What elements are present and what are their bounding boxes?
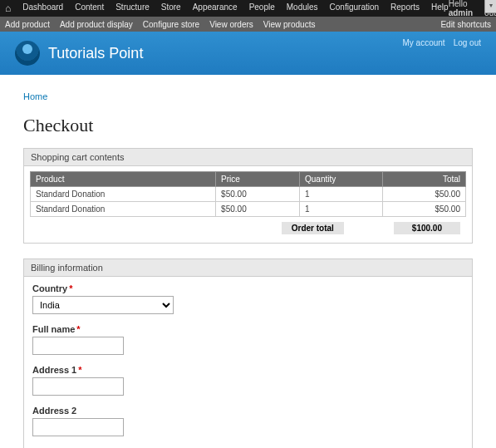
shortcut-configure-store[interactable]: Configure store <box>143 20 199 29</box>
site-brand: Tutorials Point <box>15 41 143 66</box>
table-row: Standard Donation $50.00 1 $50.00 <box>31 202 466 217</box>
address2-field: Address 2 <box>32 406 464 436</box>
cell-total: $50.00 <box>383 202 466 217</box>
admin-menu-reports[interactable]: Reports <box>390 2 420 14</box>
order-total-label: Order total <box>282 222 344 234</box>
country-select[interactable]: India <box>32 296 174 314</box>
fullname-field: Full name* <box>32 324 464 355</box>
cart-header-row: Product Price Quantity Total <box>31 172 466 187</box>
drupal-logo-icon <box>15 41 40 66</box>
cell-price: $50.00 <box>216 187 300 202</box>
country-label: Country* <box>32 283 464 293</box>
shortcut-left: Add product Add product display Configur… <box>5 20 315 29</box>
shortcut-add-product[interactable]: Add product <box>5 20 50 29</box>
billing-form: Country* India Full name* Address 1* Add… <box>24 277 472 448</box>
admin-menu-left: ⌂ Dashboard Content Structure Store Appe… <box>5 2 449 14</box>
header-logout-link[interactable]: Log out <box>454 38 481 47</box>
admin-menu-content[interactable]: Content <box>75 2 104 14</box>
address1-field: Address 1* <box>32 365 464 396</box>
chevron-down-icon[interactable]: ▾ <box>484 0 496 13</box>
order-total-row: Order total $100.00 <box>24 219 472 236</box>
my-account-link[interactable]: My account <box>402 38 444 47</box>
admin-menu-people[interactable]: People <box>249 2 275 14</box>
admin-menu-structure[interactable]: Structure <box>115 2 150 14</box>
page-title: Checkout <box>23 115 473 136</box>
address2-input[interactable] <box>32 418 124 436</box>
cart-table: Product Price Quantity Total Standard Do… <box>30 171 466 217</box>
fullname-label: Full name* <box>32 324 464 334</box>
admin-menu-store[interactable]: Store <box>161 2 181 14</box>
admin-menu-help[interactable]: Help <box>431 2 449 14</box>
cell-price: $50.00 <box>216 202 300 217</box>
cart-panel: Shopping cart contents Product Price Qua… <box>23 148 473 244</box>
order-total-value: $100.00 <box>394 222 460 234</box>
country-field: Country* India <box>32 283 464 314</box>
edit-shortcuts-link[interactable]: Edit shortcuts <box>440 20 491 29</box>
header-user-links: My account Log out <box>402 38 481 47</box>
shortcut-bar: Add product Add product display Configur… <box>0 17 496 32</box>
fullname-input[interactable] <box>32 337 124 355</box>
shortcut-view-products[interactable]: View products <box>263 20 316 29</box>
address2-label: Address 2 <box>32 406 464 416</box>
table-row: Standard Donation $50.00 1 $50.00 <box>31 187 466 202</box>
admin-menu-dashboard[interactable]: Dashboard <box>22 2 63 14</box>
col-price: Price <box>216 172 300 187</box>
billing-panel-title: Billing information <box>24 259 472 277</box>
col-product: Product <box>31 172 216 187</box>
address1-label: Address 1* <box>32 365 464 375</box>
admin-menu-bar: ⌂ Dashboard Content Structure Store Appe… <box>0 0 496 17</box>
cell-product: Standard Donation <box>31 202 216 217</box>
hello-text: Hello admin <box>449 0 473 17</box>
col-total: Total <box>383 172 466 187</box>
shortcut-view-orders[interactable]: View orders <box>209 20 253 29</box>
billing-panel: Billing information Country* India Full … <box>23 258 473 448</box>
address1-input[interactable] <box>32 377 124 396</box>
admin-menu-appearance[interactable]: Appearance <box>193 2 238 14</box>
col-quantity: Quantity <box>300 172 383 187</box>
home-icon[interactable]: ⌂ <box>5 2 11 14</box>
admin-menu-configuration[interactable]: Configuration <box>330 2 379 14</box>
site-name: Tutorials Point <box>48 45 143 62</box>
admin-menu-modules[interactable]: Modules <box>287 2 318 14</box>
breadcrumb[interactable]: Home <box>23 91 473 101</box>
cell-qty: 1 <box>300 202 383 217</box>
shortcut-add-product-display[interactable]: Add product display <box>60 20 133 29</box>
site-header: Tutorials Point My account Log out <box>0 32 496 75</box>
page-content: Home Checkout Shopping cart contents Pro… <box>0 75 496 448</box>
cell-product: Standard Donation <box>31 187 216 202</box>
cell-total: $50.00 <box>383 187 466 202</box>
cell-qty: 1 <box>300 187 383 202</box>
cart-panel-title: Shopping cart contents <box>24 149 472 166</box>
